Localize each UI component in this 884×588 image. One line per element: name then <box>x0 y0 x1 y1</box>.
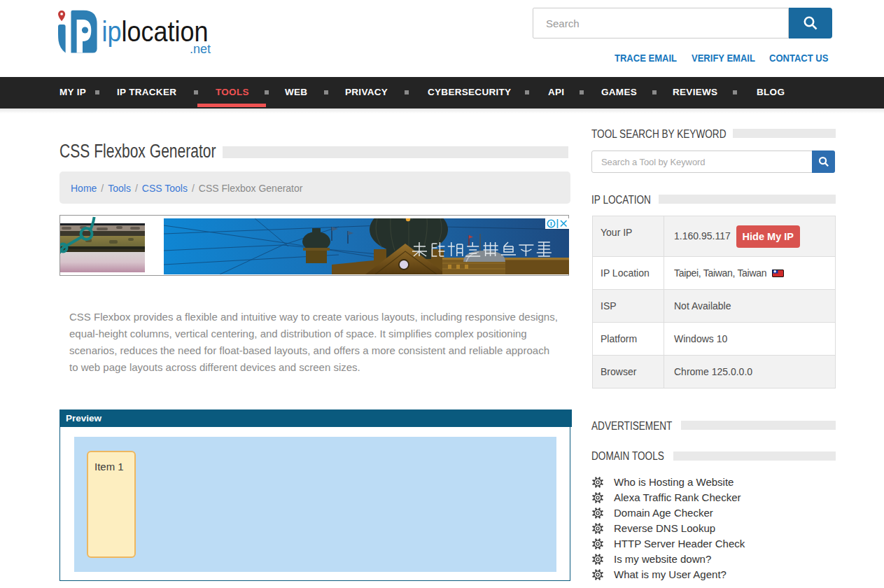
svg-text:.net: .net <box>190 42 211 56</box>
